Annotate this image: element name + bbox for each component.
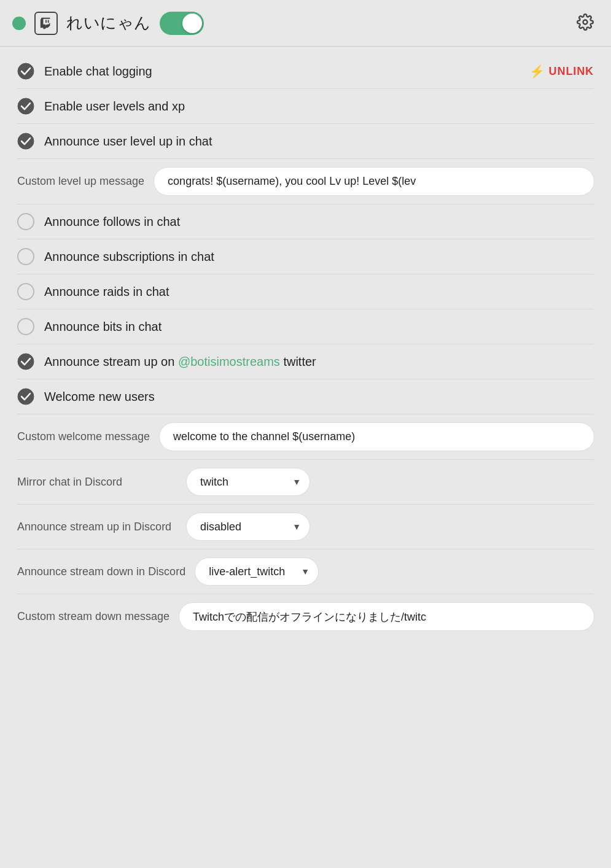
announce-stream-up-twitter-row: Announce stream up on @botisimostreams t… [17,344,594,379]
announce-stream-up-discord-dropdown-wrapper: disabled twitch ▼ [187,513,309,540]
enable-chat-logging-row: Enable chat logging ⚡ UNLINK [17,54,594,89]
mirror-discord-row: Mirror chat in Discord twitch disabled ▼ [17,460,594,505]
announce-stream-up-twitter-checkbox[interactable] [17,353,34,370]
announce-bits-checkbox[interactable] [17,318,34,335]
settings-content: Enable chat logging ⚡ UNLINK Enable user… [0,47,611,656]
announce-level-up-checkbox[interactable] [17,133,34,150]
announce-raids-checkbox[interactable] [17,283,34,300]
custom-welcome-row: Custom welcome message [17,414,594,460]
mirror-discord-select[interactable]: twitch disabled [187,468,309,495]
mirror-discord-label: Mirror chat in Discord [17,476,177,489]
custom-level-up-row: Custom level up message [17,159,594,204]
unlink-icon: ⚡ [529,64,545,79]
svg-rect-1 [48,20,49,23]
announce-stream-down-discord-label: Announce stream down in Discord [17,565,185,578]
announce-level-up-row: Announce user level up in chat [17,124,594,159]
announce-follows-label: Announce follows in chat [44,215,594,229]
announce-stream-up-discord-select[interactable]: disabled twitch [187,513,309,540]
unlink-button[interactable]: ⚡ UNLINK [529,64,594,79]
announce-stream-up-twitter-label: Announce stream up on @botisimostreams t… [44,355,594,369]
custom-level-up-label: Custom level up message [17,174,144,188]
custom-stream-down-input[interactable] [179,603,594,630]
unlink-label: UNLINK [549,65,594,78]
svg-rect-0 [45,20,47,23]
enable-chat-logging-label: Enable chat logging [44,64,520,79]
svg-point-6 [18,354,34,370]
announce-bits-label: Announce bits in chat [44,320,594,334]
custom-welcome-label: Custom welcome message [17,430,150,444]
welcome-new-users-row: Welcome new users [17,379,594,414]
enable-user-levels-label: Enable user levels and xp [44,99,594,114]
announce-follows-row: Announce follows in chat [17,204,594,239]
announce-raids-label: Announce raids in chat [44,285,594,299]
bot-toggle[interactable] [160,12,204,35]
channel-name: れいにゃん [66,12,151,34]
enable-chat-logging-checkbox-area: Enable chat logging [17,63,520,80]
svg-point-7 [18,389,34,405]
header-left: れいにゃん [12,12,574,35]
announce-subscriptions-label: Announce subscriptions in chat [44,250,594,264]
svg-point-5 [18,133,34,149]
enable-user-levels-row: Enable user levels and xp [17,89,594,124]
announce-subscriptions-checkbox[interactable] [17,248,34,265]
enable-chat-logging-checkbox[interactable] [17,63,34,80]
announce-stream-down-discord-row: Announce stream down in Discord live-ale… [17,549,594,594]
custom-stream-down-row: Custom stream down message [17,594,594,639]
welcome-new-users-label: Welcome new users [44,390,594,404]
announce-stream-down-discord-select[interactable]: live-alert_twitch disabled [195,558,318,585]
announce-level-up-label: Announce user level up in chat [44,134,594,149]
announce-stream-down-discord-dropdown-wrapper: live-alert_twitch disabled ▼ [195,558,318,585]
announce-raids-row: Announce raids in chat [17,274,594,309]
announce-follows-checkbox[interactable] [17,213,34,230]
mirror-discord-dropdown-wrapper: twitch disabled ▼ [187,468,309,495]
header: れいにゃん [0,0,611,47]
announce-subscriptions-row: Announce subscriptions in chat [17,239,594,274]
custom-welcome-input[interactable] [160,423,594,451]
settings-gear-button[interactable] [574,11,596,35]
svg-point-3 [18,63,34,79]
svg-point-2 [583,20,588,25]
custom-level-up-input[interactable] [154,168,594,195]
twitch-logo-icon [34,12,58,35]
status-dot [12,17,26,30]
welcome-new-users-checkbox[interactable] [17,388,34,405]
toggle-knob [182,14,202,33]
custom-stream-down-label: Custom stream down message [17,610,169,624]
announce-bits-row: Announce bits in chat [17,309,594,344]
announce-stream-up-discord-label: Announce stream up in Discord [17,521,177,533]
enable-user-levels-checkbox[interactable] [17,98,34,115]
announce-stream-up-discord-row: Announce stream up in Discord disabled t… [17,505,594,549]
svg-point-4 [18,98,34,114]
announce-stream-up-after: twitter [280,355,316,368]
announce-stream-up-before: Announce stream up on [44,355,178,368]
twitter-handle-link[interactable]: @botisimostreams [178,355,280,368]
